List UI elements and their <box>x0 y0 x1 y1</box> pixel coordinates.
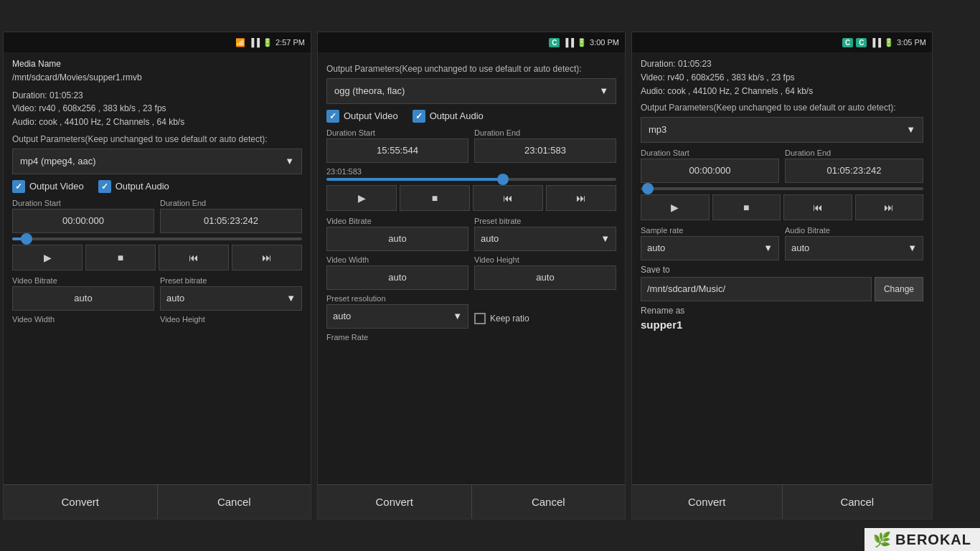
c-icon-3b: C <box>856 38 867 47</box>
next-btn-2[interactable]: ⏭ <box>546 185 616 211</box>
next-btn-3[interactable]: ⏭ <box>855 194 924 220</box>
brand-icon: 🌿 <box>873 531 891 548</box>
convert-btn-1[interactable]: Convert <box>4 484 158 519</box>
video-width-label-2: Video Width <box>326 255 468 264</box>
save-to-path-value-3: /mnt/sdcard/Music/ <box>647 283 725 294</box>
signal-icon-3: ▐▐ <box>870 38 881 47</box>
duration-end-input-2[interactable]: 23:01:583 <box>474 138 616 163</box>
bottom-buttons-3: Convert Cancel <box>632 484 932 519</box>
scrubber-thumb-1[interactable] <box>21 233 32 245</box>
duration-start-value-2: 15:55:544 <box>377 145 418 156</box>
play-btn-3[interactable]: ▶ <box>641 194 710 220</box>
prev-btn-1[interactable]: ⏮ <box>159 245 229 270</box>
scrubber-3[interactable] <box>641 187 923 190</box>
output-audio-checkbox-2[interactable]: Output Audio <box>413 110 484 123</box>
signal-icon: ▐▐ <box>248 38 260 47</box>
duration-label-3: Duration: 01:05:23 <box>641 58 923 70</box>
size-row-2: Video Width auto Video Height auto <box>326 255 616 290</box>
battery-icon-3: 🔋 <box>884 38 894 47</box>
scrubber-fill-2 <box>326 178 506 181</box>
play-btn-1[interactable]: ▶ <box>12 245 83 270</box>
change-btn-3[interactable]: Change <box>875 277 923 301</box>
output-video-label-2: Output Video <box>344 110 398 121</box>
audio-bitrate-col-3: Audio Bitrate auto ▼ <box>785 226 923 260</box>
output-audio-label-1: Output Audio <box>116 181 169 192</box>
duration-start-input-3[interactable]: 00:00:000 <box>641 159 779 183</box>
preset-bitrate-value-2: auto <box>481 233 499 244</box>
size-labels-row-1: Video Width Video Height <box>12 315 302 325</box>
video-width-input-2[interactable]: auto <box>326 265 468 290</box>
duration-end-col-2: Duration End 23:01:583 <box>474 128 616 163</box>
video-height-col-2: Video Height auto <box>474 255 616 290</box>
duration-end-input-1[interactable]: 01:05:23:242 <box>160 209 302 233</box>
stop-btn-2[interactable]: ■ <box>400 185 470 211</box>
play-btn-2[interactable]: ▶ <box>326 185 397 211</box>
transport-row-2: ▶ ■ ⏮ ⏭ <box>326 185 616 211</box>
format-selector-2[interactable]: ogg (theora, flac) ▼ <box>326 78 616 104</box>
phone-screen-3: C C ▐▐ 🔋 3:05 PM Duration: 01:05:23 Vide… <box>631 32 933 519</box>
format-selector-1[interactable]: mp4 (mpeg4, aac) ▼ <box>12 149 302 174</box>
cancel-btn-1[interactable]: Cancel <box>158 484 311 519</box>
output-video-checkbox-1[interactable]: Output Video <box>12 180 84 193</box>
format-selector-3[interactable]: mp3 ▼ <box>641 117 923 143</box>
video-width-col-2: Video Width auto <box>326 255 468 290</box>
preset-bitrate-input-1[interactable]: auto ▼ <box>160 286 302 311</box>
audio-info-3: Audio: cook , 44100 Hz, 2 Channels , 64 … <box>641 85 923 98</box>
duration-start-input-1[interactable]: 00:00:000 <box>12 209 154 233</box>
video-width-col-1: Video Width <box>12 315 154 325</box>
prev-btn-3[interactable]: ⏮ <box>783 194 852 220</box>
video-bitrate-input-2[interactable]: auto <box>326 227 468 251</box>
audio-bitrate-arrow-3: ▼ <box>908 242 917 253</box>
status-time-3: 3:05 PM <box>897 38 926 47</box>
stop-btn-3[interactable]: ■ <box>712 194 781 220</box>
prev-btn-2[interactable]: ⏮ <box>473 185 543 211</box>
duration-end-input-3[interactable]: 01:05:23:242 <box>785 159 923 183</box>
status-bar-2: C ▐▐ 🔋 3:00 PM <box>318 32 625 52</box>
status-bar-3: C C ▐▐ 🔋 3:05 PM <box>632 32 932 52</box>
status-time-1: 2:57 PM <box>275 38 305 47</box>
sample-rate-input-3[interactable]: auto ▼ <box>641 236 779 260</box>
audio-params-row-3: Sample rate auto ▼ Audio Bitrate auto ▼ <box>641 226 923 260</box>
duration-start-input-2[interactable]: 15:55:544 <box>326 138 468 163</box>
convert-btn-3[interactable]: Convert <box>632 484 783 519</box>
keep-ratio-checkbox-2[interactable] <box>474 313 486 324</box>
wifi-icon: 📶 <box>235 38 245 47</box>
scrubber-thumb-3[interactable] <box>642 183 654 194</box>
save-to-path-3[interactable]: /mnt/sdcard/Music/ <box>641 277 872 301</box>
preset-resolution-arrow-2: ▼ <box>453 311 462 321</box>
keep-ratio-row-2[interactable]: Keep ratio <box>474 313 529 324</box>
brand-text: BEROKAL <box>895 532 971 548</box>
video-bitrate-col-1: Video Bitrate auto <box>12 276 154 311</box>
stop-btn-1[interactable]: ■ <box>85 245 156 270</box>
duration-end-value-2: 23:01:583 <box>524 145 566 156</box>
scrubber-1[interactable] <box>12 237 302 240</box>
audio-bitrate-input-3[interactable]: auto ▼ <box>785 236 923 260</box>
cancel-btn-2[interactable]: Cancel <box>472 484 626 519</box>
scrubber-track-1 <box>12 237 302 240</box>
phone-screen-1: 📶 ▐▐ 🔋 2:57 PM Media Name /mnt/sdcard/Mo… <box>3 32 311 519</box>
cancel-btn-3[interactable]: Cancel <box>783 484 933 519</box>
preset-bitrate-input-2[interactable]: auto ▼ <box>474 227 616 251</box>
bottom-buttons-1: Convert Cancel <box>4 484 311 519</box>
preset-bitrate-col-1: Preset bitrate auto ▼ <box>160 276 302 311</box>
audio-bitrate-value-3: auto <box>791 242 809 253</box>
c-icon-2a: C <box>549 38 560 47</box>
video-bitrate-label-1: Video Bitrate <box>12 276 154 285</box>
scrubber-2[interactable]: 23:01:583 <box>326 167 616 181</box>
output-video-checkbox-2[interactable]: Output Video <box>326 110 398 123</box>
video-bitrate-input-1[interactable]: auto <box>12 286 154 311</box>
convert-btn-2[interactable]: Convert <box>318 484 472 519</box>
sample-rate-arrow-3: ▼ <box>763 242 773 253</box>
video-bitrate-col-2: Video Bitrate auto <box>326 217 468 251</box>
preset-bitrate-value-1: auto <box>166 293 184 303</box>
video-bitrate-value-1: auto <box>74 293 92 303</box>
preset-resolution-input-2[interactable]: auto ▼ <box>326 304 468 329</box>
next-btn-1[interactable]: ⏭ <box>232 245 302 270</box>
output-audio-checkbox-1[interactable]: Output Audio <box>98 180 169 193</box>
duration-start-value-1: 00:00:000 <box>62 215 104 226</box>
video-height-label-2: Video Height <box>474 255 616 264</box>
scrubber-thumb-2[interactable] <box>497 174 509 185</box>
screen1-content: Media Name /mnt/sdcard/Movies/supper1.rm… <box>4 52 311 484</box>
video-height-input-2[interactable]: auto <box>474 265 616 290</box>
duration-end-label-1: Duration End <box>160 199 302 207</box>
